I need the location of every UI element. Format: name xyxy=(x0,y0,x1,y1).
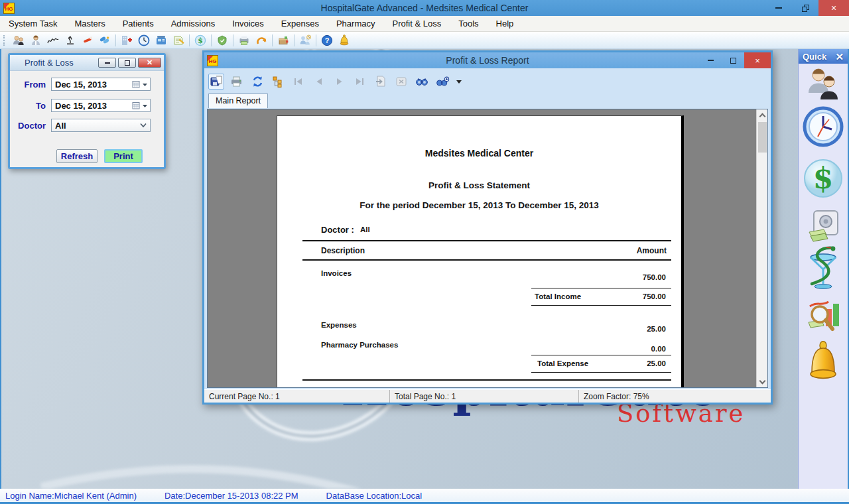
total-income-amount: 750.00 xyxy=(643,292,666,300)
vertical-scrollbar[interactable] xyxy=(756,109,767,387)
row-expenses-amount: 25.00 xyxy=(647,325,666,333)
menu-tools[interactable]: Tools xyxy=(450,16,487,31)
quick-appointments-icon[interactable] xyxy=(803,105,844,151)
doctor-icon[interactable] xyxy=(118,33,135,48)
report-maximize-button[interactable] xyxy=(722,52,744,68)
report-doctor-value: All xyxy=(360,225,370,233)
menu-system-task[interactable]: System Task xyxy=(0,16,66,31)
expense-icon[interactable] xyxy=(214,33,231,48)
status-total-pages: Total Page No.: 1 xyxy=(390,390,579,403)
purchase-icon[interactable] xyxy=(275,33,292,48)
quick-panel-header: Quick ✕ xyxy=(799,49,848,64)
goto-page-icon xyxy=(373,74,389,90)
quick-patients-icon[interactable] xyxy=(805,65,841,105)
menu-profit-loss[interactable]: Profit & Loss xyxy=(383,16,450,31)
menu-masters[interactable]: Masters xyxy=(66,16,113,31)
prescription-icon[interactable] xyxy=(79,33,96,48)
report-close-button[interactable]: × xyxy=(744,52,771,68)
quick-alerts-icon[interactable] xyxy=(806,341,840,386)
report-viewport: Medsites Medical Center Profit & Loss St… xyxy=(207,109,768,388)
dropdown-arrow-icon[interactable] xyxy=(141,102,149,109)
quick-pharmacy-icon[interactable] xyxy=(804,245,842,296)
dialog-restore-button[interactable] xyxy=(118,58,136,68)
sales-icon[interactable] xyxy=(235,33,253,48)
phone-icon[interactable] xyxy=(153,33,170,48)
quick-reports-icon[interactable] xyxy=(805,297,842,338)
menu-admissions[interactable]: Admissions xyxy=(163,16,224,31)
scroll-down-icon[interactable] xyxy=(757,376,768,387)
menu-bar: System Task Masters Patients Admissions … xyxy=(0,16,849,32)
surgery-icon[interactable] xyxy=(96,33,113,48)
to-label: To xyxy=(10,101,51,111)
shifts-icon[interactable] xyxy=(296,33,314,48)
lab-icon[interactable] xyxy=(62,33,79,48)
scrollbar-thumb[interactable] xyxy=(758,122,767,153)
print-icon[interactable] xyxy=(229,74,245,90)
row-invoices-amount: 750.00 xyxy=(643,273,666,281)
main-toolbar: $ ? xyxy=(0,32,849,49)
signature-icon[interactable] xyxy=(44,33,62,48)
zoom-dropdown-caret[interactable] xyxy=(456,80,462,84)
menu-expenses[interactable]: Expenses xyxy=(273,16,328,31)
undo-icon[interactable] xyxy=(253,33,270,48)
dropdown-arrow-icon[interactable] xyxy=(141,81,149,88)
bell-icon[interactable] xyxy=(336,33,353,48)
report-app-icon: HG xyxy=(207,55,218,66)
quick-cash-safe-icon[interactable] xyxy=(805,208,841,248)
profit-loss-dialog: Profit & Loss ✕ From Dec 15, 2013 To xyxy=(8,53,166,169)
status-date: Date:December 15-2013 08:22 PM xyxy=(137,491,298,501)
print-button[interactable]: Print xyxy=(104,149,143,163)
first-page-icon xyxy=(291,74,306,90)
minimize-button[interactable] xyxy=(765,0,792,16)
help-icon[interactable]: ? xyxy=(318,33,336,48)
refresh-button[interactable]: Refresh xyxy=(56,149,98,163)
svg-text:$: $ xyxy=(198,36,203,45)
close-button[interactable]: × xyxy=(818,0,849,16)
doctor-select[interactable]: All xyxy=(51,119,151,132)
menu-patients[interactable]: Patients xyxy=(114,16,163,31)
export-icon[interactable] xyxy=(208,74,224,90)
dialog-close-button[interactable]: ✕ xyxy=(138,58,161,68)
row-expenses-label: Expenses xyxy=(321,321,357,329)
menu-invoices[interactable]: Invoices xyxy=(224,16,273,31)
quick-close-icon[interactable]: ✕ xyxy=(835,52,844,62)
staff-icon[interactable] xyxy=(27,33,44,48)
status-database-location: DataBase Location:Local xyxy=(298,491,423,501)
appointments-icon[interactable] xyxy=(135,33,153,48)
chevron-down-icon xyxy=(139,122,147,129)
row-pharmacy-purchases-label: Pharmacy Purchases xyxy=(321,341,398,349)
svg-text:?: ? xyxy=(325,36,330,44)
to-date-input[interactable]: Dec 15, 2013 xyxy=(51,99,151,112)
zoom-icon[interactable] xyxy=(434,74,450,90)
report-doctor-label: Doctor : xyxy=(321,225,354,235)
group-tree-icon[interactable] xyxy=(270,74,286,90)
report-statement-title: Profit & Loss Statement xyxy=(277,180,681,190)
svg-text:$: $ xyxy=(813,161,834,195)
column-description: Description xyxy=(321,246,365,255)
row-invoices-label: Invoices xyxy=(321,269,352,277)
billing-icon[interactable]: $ xyxy=(192,33,209,48)
menu-pharmacy[interactable]: Pharmacy xyxy=(328,16,384,31)
restore-button[interactable] xyxy=(792,0,818,16)
calendar-icon xyxy=(132,101,140,109)
report-minimize-button[interactable] xyxy=(699,52,722,68)
quick-billing-icon[interactable]: $ xyxy=(803,157,844,202)
invoice-icon[interactable] xyxy=(170,33,187,48)
patients-icon[interactable] xyxy=(10,33,27,48)
report-period: For the period December 15, 2013 To Dece… xyxy=(277,200,681,210)
client-area: HospitalGate Software Quick ✕ $ xyxy=(0,49,849,489)
scroll-up-icon[interactable] xyxy=(757,109,768,121)
refresh-icon[interactable] xyxy=(249,74,265,90)
total-expense-amount: 25.00 xyxy=(647,359,666,367)
report-window-title: Profit & Loss Report xyxy=(204,55,771,66)
report-window: HG Profit & Loss Report × xyxy=(202,50,773,405)
row-pharmacy-purchases-amount: 0.00 xyxy=(651,345,666,353)
dialog-minimize-button[interactable] xyxy=(98,58,116,68)
menu-help[interactable]: Help xyxy=(488,16,523,31)
tab-main-report[interactable]: Main Report xyxy=(208,94,268,108)
app-icon: HG xyxy=(3,3,15,14)
last-page-icon xyxy=(352,74,368,90)
from-date-input[interactable]: Dec 15, 2013 xyxy=(51,78,151,91)
find-icon[interactable] xyxy=(414,74,430,90)
report-status-bar: Current Page No.: 1 Total Page No.: 1 Zo… xyxy=(204,389,771,403)
